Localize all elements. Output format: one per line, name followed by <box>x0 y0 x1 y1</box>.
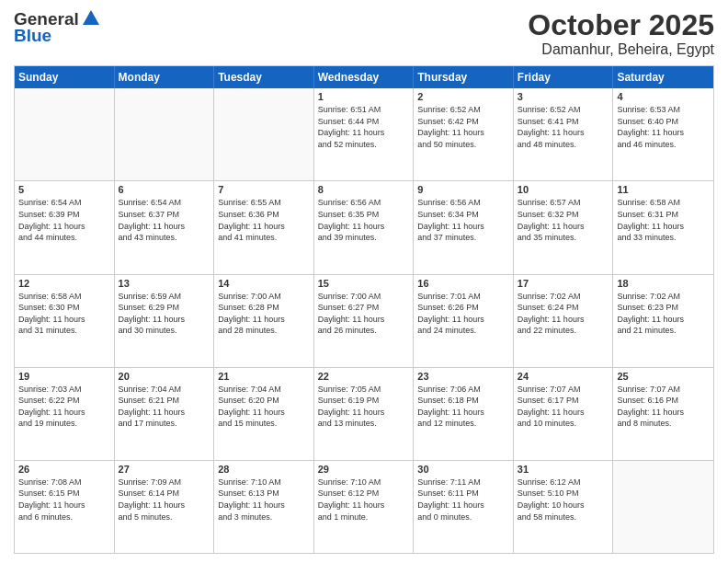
title-block: October 2025 Damanhur, Beheira, Egypt <box>528 9 714 58</box>
logo: General Blue <box>14 9 101 46</box>
calendar-day-28: 28Sunrise: 7:10 AM Sunset: 6:13 PM Dayli… <box>214 461 314 553</box>
day-number: 12 <box>18 278 110 289</box>
day-number: 29 <box>318 464 410 475</box>
calendar-week-3: 19Sunrise: 7:03 AM Sunset: 6:22 PM Dayli… <box>15 368 713 461</box>
logo-icon <box>81 8 101 29</box>
header: General Blue October 2025 Damanhur, Behe… <box>14 9 714 58</box>
day-number: 4 <box>617 91 710 102</box>
day-info: Sunrise: 6:52 AM Sunset: 6:41 PM Dayligh… <box>518 104 609 150</box>
day-number: 26 <box>18 464 110 475</box>
day-info: Sunrise: 6:52 AM Sunset: 6:42 PM Dayligh… <box>417 104 509 150</box>
day-info: Sunrise: 7:07 AM Sunset: 6:17 PM Dayligh… <box>518 384 609 430</box>
day-info: Sunrise: 7:08 AM Sunset: 6:15 PM Dayligh… <box>18 477 110 523</box>
day-info: Sunrise: 6:53 AM Sunset: 6:40 PM Dayligh… <box>617 104 710 150</box>
day-info: Sunrise: 7:01 AM Sunset: 6:26 PM Dayligh… <box>417 291 509 337</box>
day-number: 22 <box>318 371 410 382</box>
header-day-monday: Monday <box>115 66 215 88</box>
day-number: 31 <box>518 464 609 475</box>
calendar-day-empty <box>15 88 115 180</box>
calendar-week-4: 26Sunrise: 7:08 AM Sunset: 6:15 PM Dayli… <box>15 461 713 553</box>
day-number: 10 <box>518 184 609 195</box>
day-info: Sunrise: 7:11 AM Sunset: 6:11 PM Dayligh… <box>417 477 509 523</box>
day-info: Sunrise: 7:10 AM Sunset: 6:13 PM Dayligh… <box>218 477 310 523</box>
day-number: 17 <box>518 278 609 289</box>
calendar-week-2: 12Sunrise: 6:58 AM Sunset: 6:30 PM Dayli… <box>15 275 713 368</box>
header-day-sunday: Sunday <box>15 66 115 88</box>
logo-blue: Blue <box>14 26 51 46</box>
calendar-day-11: 11Sunrise: 6:58 AM Sunset: 6:31 PM Dayli… <box>613 181 713 273</box>
calendar-week-0: 1Sunrise: 6:51 AM Sunset: 6:44 PM Daylig… <box>15 88 713 181</box>
calendar-day-12: 12Sunrise: 6:58 AM Sunset: 6:30 PM Dayli… <box>15 275 115 367</box>
calendar: SundayMondayTuesdayWednesdayThursdayFrid… <box>14 65 714 554</box>
day-info: Sunrise: 6:56 AM Sunset: 6:34 PM Dayligh… <box>417 197 509 243</box>
day-number: 19 <box>18 371 110 382</box>
day-number: 14 <box>218 278 310 289</box>
day-number: 23 <box>417 371 509 382</box>
header-day-tuesday: Tuesday <box>214 66 314 88</box>
day-number: 27 <box>119 464 210 475</box>
day-info: Sunrise: 7:05 AM Sunset: 6:19 PM Dayligh… <box>318 384 410 430</box>
day-number: 7 <box>218 184 310 195</box>
day-info: Sunrise: 7:00 AM Sunset: 6:27 PM Dayligh… <box>318 291 410 337</box>
day-info: Sunrise: 7:00 AM Sunset: 6:28 PM Dayligh… <box>218 291 310 337</box>
page: General Blue October 2025 Damanhur, Behe… <box>0 0 728 563</box>
calendar-day-24: 24Sunrise: 7:07 AM Sunset: 6:17 PM Dayli… <box>514 368 614 460</box>
day-info: Sunrise: 7:04 AM Sunset: 6:21 PM Dayligh… <box>119 384 210 430</box>
svg-marker-0 <box>83 10 99 25</box>
day-number: 21 <box>218 371 310 382</box>
calendar-day-18: 18Sunrise: 7:02 AM Sunset: 6:23 PM Dayli… <box>613 275 713 367</box>
calendar-day-29: 29Sunrise: 7:10 AM Sunset: 6:12 PM Dayli… <box>314 461 415 553</box>
calendar-day-empty <box>613 461 713 553</box>
day-info: Sunrise: 6:59 AM Sunset: 6:29 PM Dayligh… <box>119 291 210 337</box>
calendar-day-19: 19Sunrise: 7:03 AM Sunset: 6:22 PM Dayli… <box>15 368 115 460</box>
calendar-day-10: 10Sunrise: 6:57 AM Sunset: 6:32 PM Dayli… <box>514 181 614 273</box>
day-number: 25 <box>617 371 710 382</box>
calendar-day-22: 22Sunrise: 7:05 AM Sunset: 6:19 PM Dayli… <box>314 368 415 460</box>
day-number: 2 <box>417 91 509 102</box>
month-title: October 2025 <box>528 9 714 41</box>
calendar-week-1: 5Sunrise: 6:54 AM Sunset: 6:39 PM Daylig… <box>15 181 713 274</box>
calendar-day-5: 5Sunrise: 6:54 AM Sunset: 6:39 PM Daylig… <box>15 181 115 273</box>
day-number: 11 <box>617 184 710 195</box>
header-day-thursday: Thursday <box>414 66 514 88</box>
calendar-day-1: 1Sunrise: 6:51 AM Sunset: 6:44 PM Daylig… <box>314 88 415 180</box>
day-number: 18 <box>617 278 710 289</box>
day-number: 28 <box>218 464 310 475</box>
calendar-body: 1Sunrise: 6:51 AM Sunset: 6:44 PM Daylig… <box>15 88 713 553</box>
day-info: Sunrise: 6:55 AM Sunset: 6:36 PM Dayligh… <box>218 197 310 243</box>
day-info: Sunrise: 6:12 AM Sunset: 5:10 PM Dayligh… <box>518 477 609 523</box>
day-info: Sunrise: 7:10 AM Sunset: 6:12 PM Dayligh… <box>318 477 410 523</box>
calendar-day-3: 3Sunrise: 6:52 AM Sunset: 6:41 PM Daylig… <box>514 88 614 180</box>
day-number: 9 <box>417 184 509 195</box>
calendar-day-empty <box>115 88 215 180</box>
day-number: 6 <box>119 184 210 195</box>
calendar-day-2: 2Sunrise: 6:52 AM Sunset: 6:42 PM Daylig… <box>414 88 514 180</box>
day-number: 5 <box>18 184 110 195</box>
day-number: 20 <box>119 371 210 382</box>
header-day-wednesday: Wednesday <box>314 66 415 88</box>
calendar-day-14: 14Sunrise: 7:00 AM Sunset: 6:28 PM Dayli… <box>214 275 314 367</box>
day-info: Sunrise: 7:02 AM Sunset: 6:23 PM Dayligh… <box>617 291 710 337</box>
calendar-day-21: 21Sunrise: 7:04 AM Sunset: 6:20 PM Dayli… <box>214 368 314 460</box>
day-info: Sunrise: 6:57 AM Sunset: 6:32 PM Dayligh… <box>518 197 609 243</box>
day-info: Sunrise: 6:54 AM Sunset: 6:39 PM Dayligh… <box>18 197 110 243</box>
calendar-day-16: 16Sunrise: 7:01 AM Sunset: 6:26 PM Dayli… <box>414 275 514 367</box>
calendar-day-26: 26Sunrise: 7:08 AM Sunset: 6:15 PM Dayli… <box>15 461 115 553</box>
day-info: Sunrise: 6:56 AM Sunset: 6:35 PM Dayligh… <box>318 197 410 243</box>
calendar-day-9: 9Sunrise: 6:56 AM Sunset: 6:34 PM Daylig… <box>414 181 514 273</box>
day-info: Sunrise: 7:04 AM Sunset: 6:20 PM Dayligh… <box>218 384 310 430</box>
calendar-day-7: 7Sunrise: 6:55 AM Sunset: 6:36 PM Daylig… <box>214 181 314 273</box>
calendar-day-6: 6Sunrise: 6:54 AM Sunset: 6:37 PM Daylig… <box>115 181 215 273</box>
day-number: 3 <box>518 91 609 102</box>
day-number: 8 <box>318 184 410 195</box>
calendar-day-17: 17Sunrise: 7:02 AM Sunset: 6:24 PM Dayli… <box>514 275 614 367</box>
day-info: Sunrise: 6:58 AM Sunset: 6:30 PM Dayligh… <box>18 291 110 337</box>
day-info: Sunrise: 7:02 AM Sunset: 6:24 PM Dayligh… <box>518 291 609 337</box>
calendar-header: SundayMondayTuesdayWednesdayThursdayFrid… <box>15 66 713 88</box>
day-info: Sunrise: 7:07 AM Sunset: 6:16 PM Dayligh… <box>617 384 710 430</box>
day-number: 30 <box>417 464 509 475</box>
day-info: Sunrise: 6:51 AM Sunset: 6:44 PM Dayligh… <box>318 104 410 150</box>
calendar-day-8: 8Sunrise: 6:56 AM Sunset: 6:35 PM Daylig… <box>314 181 415 273</box>
day-info: Sunrise: 7:09 AM Sunset: 6:14 PM Dayligh… <box>119 477 210 523</box>
day-number: 16 <box>417 278 509 289</box>
